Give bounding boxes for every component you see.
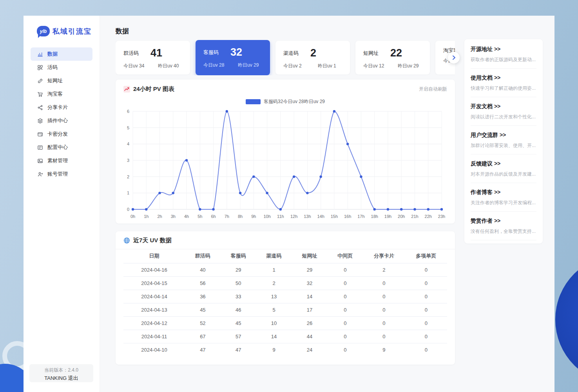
sidebar-item-插件中心[interactable]: 插件中心: [31, 114, 92, 127]
legend-swatch: [246, 99, 261, 104]
svg-text:7h: 7h: [225, 214, 229, 219]
table-card-title: 近7天 UV 数据: [133, 237, 172, 244]
stat-value: 22: [390, 47, 402, 59]
svg-text:13h: 13h: [304, 214, 311, 219]
svg-text:6h: 6h: [211, 214, 216, 219]
svg-text:12h: 12h: [290, 214, 297, 219]
svg-text:21h: 21h: [411, 214, 418, 219]
link-title[interactable]: 作者博客 >>: [471, 189, 536, 196]
link-title[interactable]: 使用文档 >>: [471, 74, 536, 82]
sidebar-item-label: 分享卡片: [47, 104, 68, 111]
link-title[interactable]: 用户交流群 >>: [471, 132, 536, 139]
auto-refresh-toggle[interactable]: 开启自动刷新: [419, 86, 447, 93]
stat-today-uv: 今日uv 28: [203, 62, 238, 69]
svg-text:10h: 10h: [263, 214, 270, 219]
table-cell: 2024-04-15: [123, 276, 185, 290]
brand-logo-icon: ylb: [37, 26, 50, 36]
stat-card-strip: 群活码41今日uv 34昨日uv 40客服码32今日uv 28昨日uv 29渠道…: [116, 40, 455, 75]
table-row: 2024-04-1252451026000: [123, 316, 447, 330]
stat-yesterday-uv: 昨日uv 1: [318, 63, 336, 69]
sidebar-item-配置中心[interactable]: 配置中心: [31, 141, 92, 154]
sidebar-item-素材管理[interactable]: 素材管理: [31, 154, 92, 167]
link-title[interactable]: 赞赏作者 >>: [471, 218, 536, 225]
stat-label: 短网址: [363, 50, 379, 57]
sidebar-item-淘宝客[interactable]: 淘宝客: [31, 87, 92, 101]
table-cell: 0: [327, 303, 363, 316]
link-description: 关注作者的博客学习开发编程...: [471, 200, 536, 206]
stat-value: 41: [150, 47, 162, 59]
cart-icon: [37, 91, 43, 97]
sidebar-item-label: 插件中心: [47, 117, 68, 124]
table-cell: 0: [363, 316, 405, 330]
table-row: 2024-04-1167571444000: [123, 330, 447, 343]
stat-card-群活码[interactable]: 群活码41今日uv 34昨日uv 40: [116, 41, 190, 74]
sidebar-item-账号管理[interactable]: 账号管理: [31, 167, 92, 181]
globe-icon: [123, 237, 130, 244]
table-cell: 1: [256, 263, 292, 276]
svg-text:3: 3: [127, 158, 129, 163]
table-cell: 45: [185, 303, 221, 316]
svg-text:9h: 9h: [251, 214, 256, 219]
table-row: 2024-04-1436331314000: [123, 290, 447, 303]
chart-legend[interactable]: 客服码32今日uv 28昨日uv 29: [116, 98, 455, 105]
svg-text:2h: 2h: [157, 214, 162, 219]
stat-card-渠道码[interactable]: 渠道码2今日uv 2昨日uv 1: [275, 41, 350, 74]
sidebar-item-卡密分发[interactable]: 卡密分发: [31, 127, 92, 141]
svg-text:0h: 0h: [130, 214, 135, 219]
link-title[interactable]: 反馈建议 >>: [471, 160, 536, 167]
svg-text:4h: 4h: [184, 214, 189, 219]
user-add-icon: [37, 171, 43, 177]
uv-table-card: 近7天 UV 数据 日期群活码客服码渠道码短网址中间页分享卡片多项单页 2024…: [116, 231, 455, 365]
stat-label: 渠道码: [283, 50, 299, 57]
link-title[interactable]: 开源地址 >>: [471, 46, 536, 53]
image-icon: [37, 158, 43, 164]
sidebar-item-分享卡片[interactable]: 分享卡片: [31, 101, 92, 114]
svg-text:3h: 3h: [171, 214, 176, 219]
link-description: 快速学习和了解正确的使用姿...: [471, 85, 536, 92]
table-cell: 0: [363, 303, 405, 316]
sidebar-item-label: 素材管理: [47, 157, 68, 164]
table-cell: 2024-04-10: [123, 343, 185, 356]
sidebar-item-活码[interactable]: 活码: [31, 61, 92, 74]
table-row: 2024-04-164029129020: [123, 263, 447, 276]
version-box: 当前版本：2.4.0 TANKING 退出: [29, 364, 93, 382]
stat-card-短网址[interactable]: 短网址22今日uv 12昨日uv 29: [355, 41, 430, 74]
carousel-next-button[interactable]: [448, 52, 460, 64]
legend-label: 客服码32今日uv 28昨日uv 29: [264, 98, 325, 105]
table-cell: 47: [221, 343, 256, 356]
link-description: 没有任何盈利，全靠赞赏支持...: [471, 228, 536, 235]
table-row: 2024-04-134546517000: [123, 303, 447, 316]
logout-link[interactable]: 退出: [68, 375, 78, 381]
table-cell: 0: [405, 343, 447, 356]
table-cell: 0: [405, 290, 447, 303]
link-description: 阅读以进行二次开发和个性化...: [471, 114, 536, 120]
sidebar-item-短网址[interactable]: 短网址: [31, 74, 92, 87]
stat-card-客服码[interactable]: 客服码32今日uv 28昨日uv 29: [196, 40, 270, 75]
svg-text:8h: 8h: [238, 214, 243, 219]
link-item: 反馈建议 >>对本开源作品的反馈及开发建...: [471, 154, 536, 183]
table-cell: 9: [363, 343, 405, 356]
sidebar-item-数据[interactable]: 数据: [31, 47, 92, 61]
table-cell: 10: [256, 316, 292, 330]
stat-value: 2: [310, 47, 316, 59]
link-icon: [37, 78, 43, 84]
table-cell: 2024-04-11: [123, 330, 185, 343]
table-cell: 36: [185, 290, 221, 303]
table-card-header: 近7天 UV 数据: [116, 231, 455, 249]
link-title[interactable]: 开发文档 >>: [471, 103, 536, 110]
table-cell: 14: [292, 290, 328, 303]
table-cell: 26: [292, 316, 328, 330]
stat-today-uv: 今日uv 2: [283, 63, 318, 69]
table-cell: 46: [221, 303, 256, 316]
share-icon: [37, 105, 43, 111]
svg-text:23h: 23h: [438, 214, 445, 219]
table-cell: 0: [363, 276, 405, 290]
stat-yesterday-uv: 昨日uv 40: [158, 63, 179, 69]
layers-icon: [37, 118, 43, 124]
table-cell: 29: [292, 263, 328, 276]
brand-logo: ylb 私域引流宝: [24, 16, 100, 36]
column-header-客服码: 客服码: [221, 249, 256, 263]
link-item: 赞赏作者 >>没有任何盈利，全靠赞赏支持...: [471, 212, 536, 240]
column-header-群活码: 群活码: [185, 249, 221, 263]
svg-text:14h: 14h: [317, 214, 324, 219]
